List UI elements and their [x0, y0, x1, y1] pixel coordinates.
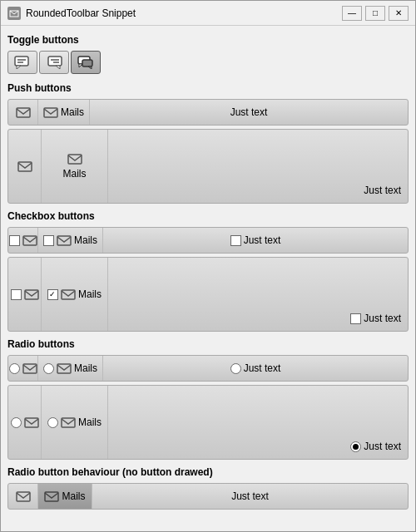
mail-icon-no-btn-2: [44, 491, 59, 502]
push-large-just-text-cell[interactable]: Just text: [108, 130, 408, 203]
radio-section-label: Radio buttons: [7, 338, 409, 350]
push-section-label: Push buttons: [7, 82, 409, 94]
cb-icon-cell-1[interactable]: [8, 228, 38, 253]
rb-circle-large-just: [350, 441, 361, 452]
radio-no-btn-panel: Mails Just text: [7, 483, 409, 510]
radio-small-panel: Mails Just text: [7, 355, 409, 382]
just-text-label-1: Just text: [230, 106, 268, 118]
rb-large-mails: Mails: [47, 416, 102, 428]
svg-marker-6: [56, 66, 60, 69]
radio-no-btn-label: Radio button behaviour (no button drawed…: [7, 466, 409, 478]
toggle-button-3[interactable]: [71, 51, 101, 74]
mail-icon-rb-large-1: [24, 417, 39, 428]
rb-large-icon-cell[interactable]: [8, 386, 42, 459]
no-btn-mails-cell[interactable]: Mails: [38, 484, 92, 509]
speech-both-icon: [77, 56, 94, 69]
svg-rect-5: [48, 57, 62, 66]
no-btn-icon-cell[interactable]: [8, 484, 38, 509]
rb-large-icon: [11, 417, 39, 428]
mail-icon-no-btn: [16, 491, 31, 502]
push-small-panel: Mails Just text: [7, 99, 409, 126]
svg-rect-16: [68, 155, 82, 164]
checkbox-small-panel: Mails Just text: [7, 227, 409, 254]
push-just-text-cell-1[interactable]: Just text: [90, 100, 408, 125]
svg-rect-25: [17, 492, 30, 501]
minimize-button[interactable]: —: [342, 6, 362, 21]
toggle-button-2[interactable]: [39, 51, 69, 74]
radio-large-panel: Mails Just text: [7, 385, 409, 460]
svg-rect-18: [57, 236, 71, 245]
rb-just-text-1: Just text: [230, 362, 281, 374]
rb-large-mails-cell[interactable]: Mails: [42, 386, 108, 459]
no-btn-just-text-label: Just text: [231, 490, 269, 502]
checkbox-large-panel: Mails Just text: [7, 257, 409, 332]
rb-just-text-label-1: Just text: [244, 362, 281, 374]
speech-left-icon: [14, 56, 31, 69]
cb-large-just-text-cell[interactable]: Just text: [108, 258, 408, 331]
cb-mails-label-1: Mails: [74, 234, 97, 246]
svg-rect-14: [44, 108, 57, 117]
cb-large-just-text: Just text: [350, 313, 401, 324]
cb-box-large-just: [350, 313, 361, 324]
close-button[interactable]: ✕: [389, 6, 409, 21]
cb-large-mails-cell[interactable]: Mails: [42, 258, 108, 331]
cb-just-text-label-1: Just text: [244, 234, 281, 246]
mail-icon-2: [43, 107, 58, 118]
cb-box-mails-1: [43, 235, 54, 246]
push-icon-cell-1[interactable]: [8, 100, 38, 125]
rb-large-just-text: Just text: [350, 441, 401, 452]
toggle-section-label: Toggle buttons: [7, 34, 409, 46]
cb-large-mails: Mails: [47, 288, 102, 300]
main-content: Toggle buttons: [1, 26, 415, 515]
rb-circle-large-1: [11, 417, 22, 428]
rb-circle-1: [9, 363, 20, 374]
rb-just-text-cell-1[interactable]: Just text: [103, 356, 408, 381]
svg-marker-2: [17, 66, 21, 69]
cb-mails-label-large: Mails: [78, 288, 102, 300]
cb-icon-1: [9, 235, 37, 246]
rb-circle-just-1: [230, 363, 241, 374]
speech-right-icon: [46, 56, 62, 69]
no-btn-mails-label: Mails: [62, 490, 85, 502]
mail-icon-cb-large-2: [61, 289, 76, 300]
mail-icon-cb-2: [57, 235, 72, 246]
mail-icon-cb-1: [22, 235, 37, 246]
cb-just-text-cell-1[interactable]: Just text: [103, 228, 408, 253]
no-btn-just-text-cell[interactable]: Just text: [92, 484, 408, 509]
cb-mails-1: Mails: [43, 234, 97, 246]
mail-icon-rb-2: [57, 363, 72, 374]
cb-box-large-mails: [47, 289, 58, 300]
mails-label-large: Mails: [62, 168, 86, 180]
svg-rect-20: [62, 290, 75, 299]
checkbox-section-label: Checkbox buttons: [7, 210, 409, 222]
push-mails-cell-1[interactable]: Mails: [38, 100, 90, 125]
svg-rect-22: [57, 364, 71, 373]
rb-mails-cell-1[interactable]: Mails: [38, 356, 103, 381]
rb-icon-1: [9, 363, 37, 374]
push-large-mails-cell[interactable]: Mails: [42, 130, 108, 203]
mail-icon-1: [16, 107, 31, 118]
mail-icon-rb-large-2: [61, 417, 76, 428]
toggle-buttons-row: [7, 51, 409, 74]
rb-circle-large-mails: [47, 417, 58, 428]
svg-rect-13: [17, 108, 30, 117]
rb-icon-cell-1[interactable]: [8, 356, 38, 381]
mail-icon-rb-1: [22, 363, 37, 374]
app-icon: [7, 7, 21, 20]
push-large-icon-cell[interactable]: [8, 130, 42, 203]
toggle-button-1[interactable]: [7, 51, 37, 74]
just-text-label-large: Just text: [364, 185, 401, 196]
cb-mails-cell-1[interactable]: Mails: [38, 228, 103, 253]
rb-large-just-text-cell[interactable]: Just text: [108, 386, 408, 459]
cb-box-just-1: [230, 235, 241, 246]
svg-rect-11: [82, 60, 92, 66]
maximize-button[interactable]: □: [365, 6, 385, 21]
cb-just-text-label-large: Just text: [364, 313, 401, 324]
svg-rect-24: [62, 418, 75, 427]
cb-large-icon-cell[interactable]: [8, 258, 42, 331]
rb-mails-label-large: Mails: [78, 416, 102, 428]
title-bar: RoundedToolbar Snippet — □ ✕: [1, 1, 415, 26]
svg-rect-17: [23, 236, 37, 245]
svg-rect-1: [15, 57, 28, 66]
cb-large-icon-1: [11, 289, 39, 300]
